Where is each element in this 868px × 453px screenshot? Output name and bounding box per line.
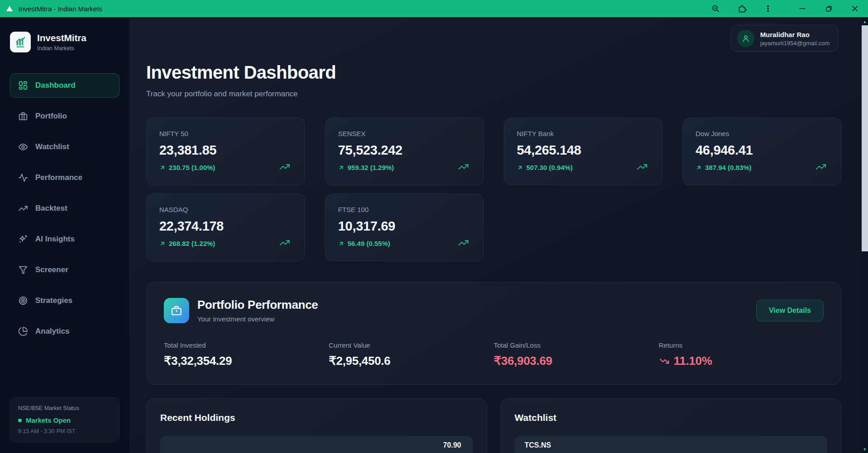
sidebar-item-dashboard[interactable]: Dashboard [10,73,119,98]
holding-price: 70.90 [443,441,461,449]
activity-pulse-icon [18,173,28,183]
titlebar-actions [702,0,868,17]
market-hours: 9:15 AM - 3:30 PM IST [18,428,111,434]
stat-current-value: Current Value ₹2,95,450.6 [329,341,494,368]
main-area: Muralidhar Rao jayamurli1954@gmail.com I… [130,18,868,453]
holding-row[interactable]: 70.90 [160,436,473,453]
briefcase-icon [18,111,28,121]
portfolio-performance-panel: Portfolio Performance Your investment ov… [146,282,841,385]
index-card-dowjones[interactable]: Dow Jones 46,946.41 387.94 (0.83%) [682,118,841,185]
sidebar: InvestMitra Indian Markets Dashboard [0,18,130,453]
trending-up-icon [277,237,293,248]
window-title: InvestMitra - Indian Markets [19,5,102,13]
sidebar-item-ai-insights[interactable]: AI Insights [10,227,119,251]
watchlist-row[interactable]: TCS.NS [515,436,827,453]
user-email: jayamurli1954@gmail.com [760,40,830,47]
target-icon [18,296,28,306]
brand: InvestMitra Indian Markets [10,32,119,52]
page-title: Investment Dashboard [146,62,841,83]
trending-up-icon [277,161,293,172]
market-status-title: NSE/BSE Market Status [18,405,111,411]
zoom-out-icon[interactable] [702,0,729,17]
portfolio-title: Portfolio Performance [197,298,318,312]
window-titlebar: InvestMitra - Indian Markets [0,0,868,18]
sidebar-item-watchlist[interactable]: Watchlist [10,135,119,159]
sparkles-icon [18,234,28,244]
watchlist-title: Watchlist [515,412,827,423]
stat-total-gain-loss: Total Gain/Loss ₹36,903.69 [494,341,659,368]
avatar [737,30,754,47]
index-card-niftybank[interactable]: NIFTY Bank 54,265.148 507.30 (0.94%) [504,118,663,185]
menu-kebab-icon[interactable] [755,0,781,17]
stat-total-invested: Total Invested ₹3,32,354.29 [164,341,329,368]
extensions-icon[interactable] [729,0,755,17]
portfolio-icon [164,298,189,323]
arrow-up-right-icon [517,165,523,171]
trending-up-icon [18,203,28,213]
index-card-nasdaq[interactable]: NASDAQ 22,374.178 268.82 (1.22%) [146,193,305,261]
stat-returns: Returns 11.10% [659,341,824,368]
scroll-up-icon[interactable]: ▲ [863,18,867,25]
recent-holdings-panel: Recent Holdings 70.90 [146,398,487,453]
portfolio-stats: Total Invested ₹3,32,354.29 Current Valu… [164,341,824,368]
restore-button[interactable] [816,0,842,17]
sidebar-item-backtest[interactable]: Backtest [10,196,119,221]
dashboard-content: Investment Dashboard Track your portfoli… [130,18,868,453]
sidebar-item-analytics[interactable]: Analytics [10,319,119,344]
pie-chart-icon [18,326,28,336]
arrow-up-right-icon [159,241,166,247]
briefcase-icon [171,305,182,316]
index-card-nifty50[interactable]: NIFTY 50 23,381.85 230.75 (1.00%) [146,118,305,185]
market-index-grid: NIFTY 50 23,381.85 230.75 (1.00%) SENSEX… [146,118,841,261]
trending-down-icon [659,356,670,366]
index-card-sensex[interactable]: SENSEX 75,523.242 959.32 (1.29%) [325,118,484,185]
sidebar-item-portfolio[interactable]: Portfolio [10,104,119,128]
user-profile-card[interactable]: Muralidhar Rao jayamurli1954@gmail.com [731,25,838,52]
sidebar-item-screener[interactable]: Screener [10,258,119,282]
arrow-up-right-icon [338,165,344,171]
sidebar-item-performance[interactable]: Performance [10,165,119,190]
user-icon [741,34,750,43]
brand-name: InvestMitra [37,33,86,43]
watchlist-symbol: TCS.NS [525,441,551,449]
portfolio-subtitle: Your investment overview [197,315,318,323]
page-subtitle: Track your portfolio and market performa… [146,90,841,99]
market-status-panel: NSE/BSE Market Status Markets Open 9:15 … [10,397,119,442]
app-window: InvestMitra - Indian Markets [0,0,868,453]
arrow-up-right-icon [696,165,702,171]
vertical-scrollbar[interactable]: ▲ ▼ [862,18,868,453]
index-card-ftse100[interactable]: FTSE 100 10,317.69 56.49 (0.55%) [325,193,484,261]
scrollbar-thumb[interactable] [862,25,868,251]
trending-up-icon [455,161,472,172]
sidebar-item-strategies[interactable]: Strategies [10,288,119,313]
trending-up-icon [813,161,829,172]
brand-logo-icon [10,32,31,52]
watchlist-panel: Watchlist TCS.NS [501,398,841,453]
app-logo-icon [6,5,14,12]
user-name: Muralidhar Rao [760,31,830,38]
arrow-up-right-icon [159,165,166,171]
arrow-up-right-icon [338,241,344,247]
market-status-value: Markets Open [18,416,111,424]
brand-subtitle: Indian Markets [37,45,86,52]
sidebar-nav: Dashboard Portfolio Watchlist [10,73,119,344]
status-dot-icon [18,419,22,422]
scroll-down-icon[interactable]: ▼ [863,446,867,453]
trending-up-icon [634,161,650,172]
minimize-button[interactable] [789,0,816,17]
filter-funnel-icon [18,265,28,275]
eye-icon [18,142,28,152]
recent-holdings-title: Recent Holdings [160,412,473,423]
view-details-button[interactable]: View Details [756,300,824,321]
dashboard-grid-icon [18,80,28,90]
trending-up-icon [455,237,472,248]
close-button[interactable] [842,0,868,17]
